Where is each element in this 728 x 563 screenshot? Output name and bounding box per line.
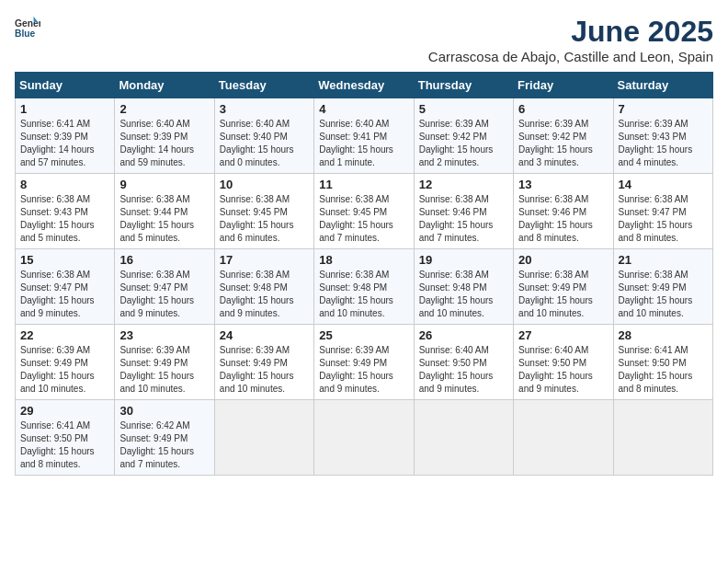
day-number: 21	[619, 253, 708, 267]
calendar-cell: 12Sunrise: 6:38 AM Sunset: 9:46 PM Dayli…	[414, 174, 513, 249]
day-info: Sunrise: 6:38 AM Sunset: 9:45 PM Dayligh…	[319, 193, 408, 245]
day-info: Sunrise: 6:38 AM Sunset: 9:47 PM Dayligh…	[20, 269, 109, 320]
calendar-cell	[214, 400, 313, 476]
day-info: Sunrise: 6:40 AM Sunset: 9:41 PM Dayligh…	[319, 118, 408, 169]
calendar-cell: 11Sunrise: 6:38 AM Sunset: 9:45 PM Dayli…	[314, 174, 414, 249]
logo: General Blue	[15, 15, 40, 40]
day-number: 28	[619, 328, 708, 342]
day-number: 20	[518, 253, 608, 267]
day-info: Sunrise: 6:41 AM Sunset: 9:50 PM Dayligh…	[619, 344, 708, 396]
day-number: 22	[20, 328, 109, 342]
title-area: June 2025 Carrascosa de Abajo, Castille …	[428, 15, 713, 64]
day-info: Sunrise: 6:40 AM Sunset: 9:50 PM Dayligh…	[419, 344, 508, 396]
logo-icon: General Blue	[15, 15, 40, 40]
day-number: 4	[319, 102, 408, 116]
calendar-cell: 27Sunrise: 6:40 AM Sunset: 9:50 PM Dayli…	[514, 325, 613, 400]
calendar-cell: 4Sunrise: 6:40 AM Sunset: 9:41 PM Daylig…	[314, 98, 414, 174]
day-info: Sunrise: 6:38 AM Sunset: 9:44 PM Dayligh…	[119, 193, 209, 245]
calendar-cell: 28Sunrise: 6:41 AM Sunset: 9:50 PM Dayli…	[613, 325, 712, 400]
svg-text:Blue: Blue	[15, 29, 36, 39]
day-number: 16	[119, 253, 209, 267]
day-header-monday: Monday	[115, 73, 214, 98]
calendar-row: 22Sunrise: 6:39 AM Sunset: 9:49 PM Dayli…	[16, 325, 713, 400]
day-number: 23	[119, 328, 209, 342]
day-info: Sunrise: 6:40 AM Sunset: 9:50 PM Dayligh…	[518, 344, 608, 396]
svg-text:General: General	[15, 18, 40, 29]
day-info: Sunrise: 6:41 AM Sunset: 9:39 PM Dayligh…	[20, 118, 109, 169]
calendar-cell: 21Sunrise: 6:38 AM Sunset: 9:49 PM Dayli…	[613, 249, 712, 325]
day-info: Sunrise: 6:38 AM Sunset: 9:47 PM Dayligh…	[119, 269, 209, 320]
calendar-row: 29Sunrise: 6:41 AM Sunset: 9:50 PM Dayli…	[16, 400, 713, 476]
day-info: Sunrise: 6:40 AM Sunset: 9:40 PM Dayligh…	[220, 118, 309, 169]
calendar-cell: 10Sunrise: 6:38 AM Sunset: 9:45 PM Dayli…	[214, 174, 313, 249]
calendar-cell: 30Sunrise: 6:42 AM Sunset: 9:49 PM Dayli…	[115, 400, 214, 476]
day-number: 5	[419, 102, 508, 116]
day-header-friday: Friday	[514, 73, 613, 98]
day-number: 1	[20, 102, 109, 116]
calendar-row: 15Sunrise: 6:38 AM Sunset: 9:47 PM Dayli…	[16, 249, 713, 325]
day-info: Sunrise: 6:38 AM Sunset: 9:45 PM Dayligh…	[220, 193, 309, 245]
day-number: 15	[20, 253, 109, 267]
day-info: Sunrise: 6:39 AM Sunset: 9:49 PM Dayligh…	[119, 344, 209, 396]
day-info: Sunrise: 6:42 AM Sunset: 9:49 PM Dayligh…	[119, 419, 209, 471]
calendar-cell: 19Sunrise: 6:38 AM Sunset: 9:48 PM Dayli…	[414, 249, 513, 325]
day-number: 30	[119, 404, 209, 418]
day-number: 25	[319, 328, 408, 342]
day-number: 8	[20, 178, 109, 191]
calendar-cell	[414, 400, 513, 476]
calendar-cell: 6Sunrise: 6:39 AM Sunset: 9:42 PM Daylig…	[514, 98, 613, 174]
calendar-table: SundayMondayTuesdayWednesdayThursdayFrid…	[15, 72, 713, 476]
day-info: Sunrise: 6:39 AM Sunset: 9:49 PM Dayligh…	[20, 344, 109, 396]
calendar-cell: 15Sunrise: 6:38 AM Sunset: 9:47 PM Dayli…	[16, 249, 115, 325]
page-title: June 2025	[428, 15, 713, 49]
calendar-cell	[613, 400, 712, 476]
calendar-cell	[314, 400, 414, 476]
day-number: 3	[220, 102, 309, 116]
day-header-saturday: Saturday	[613, 73, 712, 98]
day-info: Sunrise: 6:38 AM Sunset: 9:49 PM Dayligh…	[619, 269, 708, 320]
day-info: Sunrise: 6:39 AM Sunset: 9:42 PM Dayligh…	[419, 118, 508, 169]
calendar-cell: 7Sunrise: 6:39 AM Sunset: 9:43 PM Daylig…	[613, 98, 712, 174]
calendar-cell: 16Sunrise: 6:38 AM Sunset: 9:47 PM Dayli…	[115, 249, 214, 325]
calendar-cell: 22Sunrise: 6:39 AM Sunset: 9:49 PM Dayli…	[16, 325, 115, 400]
day-info: Sunrise: 6:38 AM Sunset: 9:43 PM Dayligh…	[20, 193, 109, 245]
day-info: Sunrise: 6:38 AM Sunset: 9:46 PM Dayligh…	[419, 193, 508, 245]
day-number: 17	[220, 253, 309, 267]
day-info: Sunrise: 6:39 AM Sunset: 9:42 PM Dayligh…	[518, 118, 608, 169]
day-number: 29	[20, 404, 109, 418]
calendar-cell: 24Sunrise: 6:39 AM Sunset: 9:49 PM Dayli…	[214, 325, 313, 400]
day-number: 6	[518, 102, 608, 116]
day-header-thursday: Thursday	[414, 73, 513, 98]
calendar-cell: 5Sunrise: 6:39 AM Sunset: 9:42 PM Daylig…	[414, 98, 513, 174]
day-number: 26	[419, 328, 508, 342]
day-number: 24	[220, 328, 309, 342]
day-number: 2	[119, 102, 209, 116]
calendar-cell: 8Sunrise: 6:38 AM Sunset: 9:43 PM Daylig…	[16, 174, 115, 249]
calendar-cell: 2Sunrise: 6:40 AM Sunset: 9:39 PM Daylig…	[115, 98, 214, 174]
day-info: Sunrise: 6:38 AM Sunset: 9:48 PM Dayligh…	[419, 269, 508, 320]
day-header-sunday: Sunday	[16, 73, 115, 98]
calendar-cell: 25Sunrise: 6:39 AM Sunset: 9:49 PM Dayli…	[314, 325, 414, 400]
day-info: Sunrise: 6:38 AM Sunset: 9:47 PM Dayligh…	[619, 193, 708, 245]
calendar-cell: 26Sunrise: 6:40 AM Sunset: 9:50 PM Dayli…	[414, 325, 513, 400]
day-info: Sunrise: 6:39 AM Sunset: 9:49 PM Dayligh…	[319, 344, 408, 396]
day-info: Sunrise: 6:38 AM Sunset: 9:49 PM Dayligh…	[518, 269, 608, 320]
day-number: 12	[419, 178, 508, 191]
calendar-cell: 18Sunrise: 6:38 AM Sunset: 9:48 PM Dayli…	[314, 249, 414, 325]
day-number: 10	[220, 178, 309, 191]
calendar-cell: 20Sunrise: 6:38 AM Sunset: 9:49 PM Dayli…	[514, 249, 613, 325]
calendar-row: 1Sunrise: 6:41 AM Sunset: 9:39 PM Daylig…	[16, 98, 713, 174]
page-header: General Blue June 2025 Carrascosa de Aba…	[15, 15, 713, 64]
day-info: Sunrise: 6:40 AM Sunset: 9:39 PM Dayligh…	[119, 118, 209, 169]
day-header-tuesday: Tuesday	[214, 73, 313, 98]
day-info: Sunrise: 6:38 AM Sunset: 9:48 PM Dayligh…	[220, 269, 309, 320]
calendar-cell: 29Sunrise: 6:41 AM Sunset: 9:50 PM Dayli…	[16, 400, 115, 476]
day-number: 19	[419, 253, 508, 267]
day-number: 13	[518, 178, 608, 191]
day-info: Sunrise: 6:39 AM Sunset: 9:49 PM Dayligh…	[220, 344, 309, 396]
header-row: SundayMondayTuesdayWednesdayThursdayFrid…	[16, 73, 713, 98]
calendar-cell: 3Sunrise: 6:40 AM Sunset: 9:40 PM Daylig…	[214, 98, 313, 174]
day-header-wednesday: Wednesday	[314, 73, 414, 98]
calendar-cell: 13Sunrise: 6:38 AM Sunset: 9:46 PM Dayli…	[514, 174, 613, 249]
day-number: 27	[518, 328, 608, 342]
